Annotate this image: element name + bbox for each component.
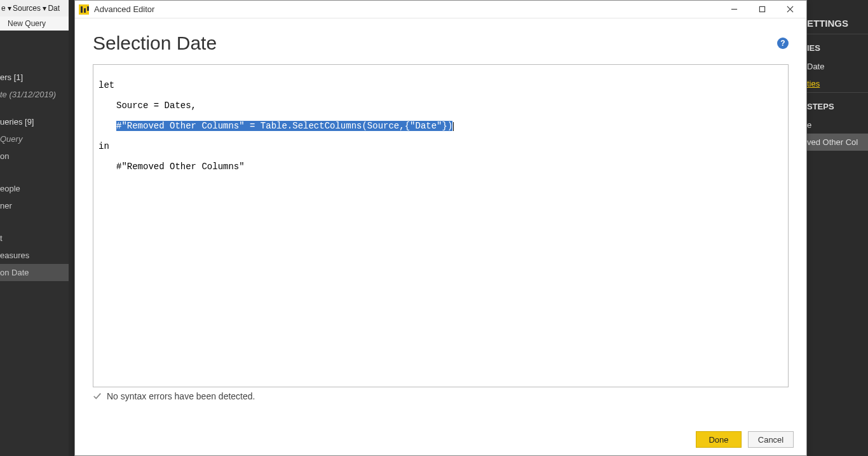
applied-step[interactable]: e — [807, 116, 868, 134]
minimize-button[interactable] — [720, 1, 748, 18]
query-item-selected[interactable]: on Date — [0, 264, 69, 281]
queries-group-header: ueries [9] — [0, 113, 69, 130]
background-right-panel: ETTINGS IES Date ties STEPS e ved Other … — [807, 0, 868, 456]
code-line-selected[interactable]: #"Removed Other Columns" = Table.SelectC… — [98, 121, 783, 131]
powerbi-icon — [79, 4, 89, 15]
query-item[interactable]: on — [0, 148, 69, 165]
dialog-buttons: Done Cancel — [696, 431, 794, 448]
code-line[interactable]: #"Removed Other Columns" — [98, 162, 783, 172]
close-button[interactable] — [776, 1, 804, 18]
svg-rect-1 — [759, 6, 764, 11]
queries-group-header: ers [1] — [0, 69, 69, 86]
selected-text: #"Removed Other Columns" = Table.SelectC… — [116, 121, 452, 131]
query-item[interactable]: t — [0, 230, 69, 247]
all-properties-link[interactable]: ties — [807, 75, 868, 92]
menu-item[interactable]: Dat — [48, 4, 60, 13]
dialog-titlebar: Advanced Editor — [75, 1, 806, 18]
query-item[interactable]: Query — [0, 130, 69, 148]
cancel-button[interactable]: Cancel — [748, 431, 794, 448]
menu-item[interactable]: e ▾ — [1, 4, 11, 13]
done-button[interactable]: Done — [696, 431, 742, 448]
query-item[interactable]: ner — [0, 197, 69, 214]
background-left-panel: e ▾ Sources ▾ Dat New Query ers [1] te (… — [0, 0, 69, 456]
ribbon-fragment: e ▾ Sources ▾ Dat — [0, 0, 69, 17]
dialog-title: Advanced Editor — [94, 4, 154, 14]
query-settings-header: ETTINGS — [807, 0, 868, 34]
properties-header: IES — [807, 34, 868, 58]
check-icon — [93, 392, 102, 401]
syntax-status: No syntax errors have been detected. — [93, 391, 789, 401]
new-query-label[interactable]: New Query — [0, 17, 69, 31]
code-line[interactable]: let — [98, 80, 783, 90]
help-icon[interactable]: ? — [777, 38, 789, 49]
code-line[interactable]: in — [98, 141, 783, 151]
menu-item[interactable]: Sources ▾ — [13, 4, 46, 13]
m-code-editor[interactable]: let Source = Dates, #"Removed Other Colu… — [93, 64, 789, 387]
query-name-value: Date — [807, 58, 868, 75]
code-line[interactable]: Source = Dates, — [98, 100, 783, 111]
query-item[interactable]: te (31/12/2019) — [0, 86, 69, 103]
applied-step-selected[interactable]: ved Other Col — [807, 134, 868, 151]
maximize-button[interactable] — [748, 1, 776, 18]
applied-steps-header: STEPS — [807, 92, 868, 116]
advanced-editor-dialog: Advanced Editor Selection Date ? let Sou… — [74, 0, 807, 456]
query-item[interactable]: eople — [0, 180, 69, 197]
query-item[interactable]: easures — [0, 247, 69, 264]
dialog-heading-row: Selection Date ? — [75, 18, 806, 57]
query-name-heading: Selection Date — [93, 32, 217, 54]
text-caret — [453, 122, 454, 131]
status-text: No syntax errors have been detected. — [107, 391, 255, 401]
